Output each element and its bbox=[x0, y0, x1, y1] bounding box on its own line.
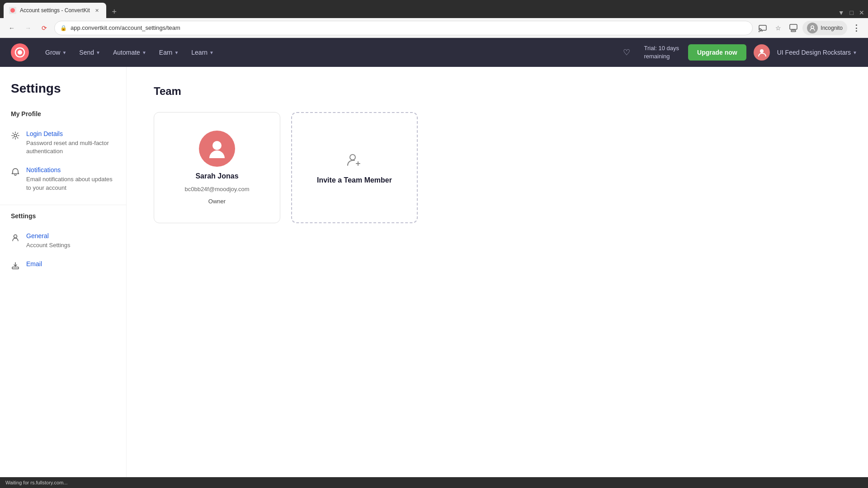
forward-button[interactable]: → bbox=[22, 22, 34, 34]
incognito-avatar bbox=[807, 23, 818, 33]
download-icon bbox=[11, 261, 20, 270]
url-display: app.convertkit.com/account_settings/team bbox=[71, 24, 747, 31]
reload-button[interactable]: ⟳ bbox=[38, 22, 51, 34]
nav-item-grow[interactable]: Grow ▼ bbox=[40, 45, 72, 60]
send-chevron-icon: ▼ bbox=[96, 50, 100, 55]
login-details-desc: Password reset and multi-factor authenti… bbox=[26, 139, 115, 155]
notifications-desc: Email notifications about updates to you… bbox=[26, 175, 115, 192]
member-avatar bbox=[199, 131, 235, 167]
restore-button[interactable]: □ bbox=[850, 9, 854, 16]
svg-point-8 bbox=[760, 49, 764, 53]
notifications-content: Notifications Email notifications about … bbox=[26, 166, 115, 192]
top-nav: Grow ▼ Send ▼ Automate ▼ Earn ▼ Learn bbox=[0, 38, 868, 67]
user-avatar[interactable] bbox=[754, 44, 770, 61]
bookmark-star-icon[interactable]: ☆ bbox=[772, 22, 784, 34]
page-content: Grow ▼ Send ▼ Automate ▼ Earn ▼ Learn bbox=[0, 38, 868, 477]
sidebar-section-profile: My Profile Login Details Password reset … bbox=[0, 110, 126, 197]
cast-icon[interactable] bbox=[756, 22, 769, 34]
svg-rect-11 bbox=[12, 267, 19, 269]
svg-point-13 bbox=[350, 155, 355, 160]
toolbar-actions: ☆ Incognito ⋮ bbox=[756, 21, 863, 35]
nav-item-earn[interactable]: Earn ▼ bbox=[154, 45, 184, 60]
member-role: Owner bbox=[208, 198, 226, 205]
svg-point-0 bbox=[10, 8, 15, 13]
nav-item-send[interactable]: Send ▼ bbox=[74, 45, 106, 60]
content-area: Team Sarah Jonas bc0bb24f@moodjoy.com Ow… bbox=[127, 67, 868, 477]
minimize-button[interactable]: ▼ bbox=[838, 9, 844, 16]
bell-icon bbox=[11, 167, 20, 176]
automate-chevron-icon: ▼ bbox=[142, 50, 146, 55]
sidebar-section-settings-title: Settings bbox=[0, 212, 126, 220]
general-content: General Account Settings bbox=[26, 232, 115, 249]
browser-window: Account settings - ConvertKit ✕ + ▼ □ ✕ … bbox=[0, 0, 868, 488]
sidebar-item-email[interactable]: Email bbox=[0, 255, 126, 276]
earn-chevron-icon: ▼ bbox=[174, 50, 179, 55]
team-grid: Sarah Jonas bc0bb24f@moodjoy.com Owner bbox=[154, 112, 841, 223]
team-section-title: Team bbox=[154, 85, 841, 98]
svg-point-10 bbox=[14, 235, 17, 238]
sidebar-divider bbox=[0, 205, 126, 205]
status-text: Waiting for rs.fullstory.com... bbox=[5, 480, 68, 485]
svg-point-12 bbox=[212, 141, 222, 150]
sidebar-item-login-details[interactable]: Login Details Password reset and multi-f… bbox=[0, 125, 126, 161]
general-title: General bbox=[26, 232, 115, 239]
svg-point-9 bbox=[14, 134, 17, 137]
nav-items: Grow ▼ Send ▼ Automate ▼ Earn ▼ Learn bbox=[40, 45, 615, 60]
active-tab[interactable]: Account settings - ConvertKit ✕ bbox=[4, 3, 106, 18]
status-bar: Waiting for rs.fullstory.com... bbox=[0, 477, 868, 488]
invite-label: Invite a Team Member bbox=[317, 176, 392, 184]
sidebar-item-general[interactable]: General Account Settings bbox=[0, 227, 126, 255]
tab-title: Account settings - ConvertKit bbox=[20, 7, 90, 14]
page-title: Settings bbox=[0, 81, 126, 110]
svg-point-2 bbox=[759, 31, 760, 32]
user-chevron-icon: ▼ bbox=[853, 50, 857, 55]
sidebar-item-notifications[interactable]: Notifications Email notifications about … bbox=[0, 161, 126, 197]
gear-icon bbox=[11, 131, 20, 140]
nav-item-automate[interactable]: Automate ▼ bbox=[108, 45, 152, 60]
login-details-content: Login Details Password reset and multi-f… bbox=[26, 130, 115, 155]
invite-team-member-card[interactable]: Invite a Team Member bbox=[291, 112, 418, 223]
incognito-button[interactable]: Incognito bbox=[802, 21, 847, 35]
upgrade-button[interactable]: Upgrade now bbox=[688, 44, 746, 61]
email-title: Email bbox=[26, 260, 115, 267]
browser-toolbar: ← → ⟳ 🔒 app.convertkit.com/account_setti… bbox=[0, 18, 868, 38]
learn-chevron-icon: ▼ bbox=[209, 50, 214, 55]
logo[interactable] bbox=[11, 43, 29, 61]
general-desc: Account Settings bbox=[26, 241, 115, 249]
nav-item-learn[interactable]: Learn ▼ bbox=[186, 45, 219, 60]
address-bar[interactable]: 🔒 app.convertkit.com/account_settings/te… bbox=[54, 21, 753, 35]
back-button[interactable]: ← bbox=[5, 22, 18, 34]
tab-bar: Account settings - ConvertKit ✕ + ▼ □ ✕ bbox=[0, 0, 868, 18]
tab-favicon bbox=[9, 7, 16, 14]
add-person-icon bbox=[345, 151, 363, 169]
new-tab-button[interactable]: + bbox=[108, 5, 121, 18]
notifications-bell-icon[interactable]: ♡ bbox=[618, 44, 635, 61]
incognito-label: Incognito bbox=[821, 25, 843, 31]
profile-icon[interactable] bbox=[787, 22, 800, 34]
lock-icon: 🔒 bbox=[60, 25, 67, 31]
svg-rect-3 bbox=[790, 24, 797, 29]
trial-text: Trial: 10 days remaining bbox=[644, 44, 679, 61]
sidebar-section-profile-title: My Profile bbox=[0, 110, 126, 117]
sidebar: Settings My Profile Login Details Pas bbox=[0, 67, 127, 477]
sidebar-section-settings: Settings General Account Settings bbox=[0, 212, 126, 276]
team-member-card[interactable]: Sarah Jonas bc0bb24f@moodjoy.com Owner bbox=[154, 112, 280, 223]
email-content: Email bbox=[26, 260, 115, 269]
tab-close-button[interactable]: ✕ bbox=[94, 7, 101, 14]
login-details-title: Login Details bbox=[26, 130, 115, 137]
svg-rect-1 bbox=[759, 25, 766, 30]
main-layout: Settings My Profile Login Details Pas bbox=[0, 67, 868, 477]
member-name: Sarah Jonas bbox=[195, 172, 238, 180]
person-icon bbox=[11, 233, 20, 242]
close-button[interactable]: ✕ bbox=[859, 9, 864, 16]
grow-chevron-icon: ▼ bbox=[62, 50, 66, 55]
menu-button[interactable]: ⋮ bbox=[850, 22, 863, 34]
notifications-title: Notifications bbox=[26, 166, 115, 174]
svg-rect-4 bbox=[791, 30, 796, 32]
user-name[interactable]: UI Feed Design Rockstars ▼ bbox=[777, 49, 857, 56]
member-email: bc0bb24f@moodjoy.com bbox=[184, 186, 249, 192]
svg-point-7 bbox=[18, 50, 22, 55]
svg-point-5 bbox=[811, 26, 814, 28]
